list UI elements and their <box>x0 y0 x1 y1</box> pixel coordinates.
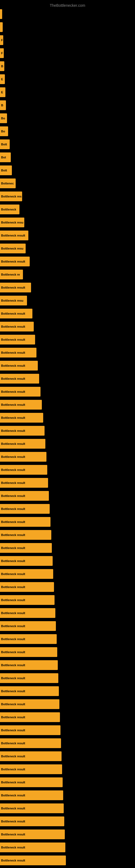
bar-label: Bottleneck resu <box>1 299 24 302</box>
bar: Bottleneck re <box>0 270 23 279</box>
bar-row: Bottleneck result <box>0 542 135 554</box>
bar-row: F <box>0 34 135 46</box>
bar: Bottleneck result <box>0 361 38 371</box>
bar-label: Bottleneck result <box>1 859 25 862</box>
bar-row: Bottleneck result <box>0 685 135 697</box>
bar: Bottleneck result <box>0 230 28 240</box>
bar: Bottleneck result <box>0 803 64 813</box>
bar: Bottleneck result <box>0 738 61 748</box>
bar-row: Bottleneck result <box>0 451 135 463</box>
bar-label: Bottleneck result <box>1 520 25 524</box>
bar-row: Bottleneck result <box>0 490 135 502</box>
bar-row: Bottleneck result <box>0 776 135 788</box>
bar-label: Bottleneck result <box>1 689 25 693</box>
bar-row: Bott <box>0 164 135 176</box>
bar: Bottleneck result <box>0 830 65 839</box>
bar-row: Bottleneck resu <box>0 243 135 254</box>
bar-row: B <box>0 99 135 111</box>
bar: Bottleneck result <box>0 556 53 566</box>
bar: Bottleneck result <box>0 465 47 475</box>
bar-label: Bottleneck result <box>1 716 25 719</box>
bar-label: Bottleneck result <box>1 611 25 615</box>
bar-label: Bottleneck result <box>1 260 25 263</box>
bar-label: Bottleneck result <box>1 768 25 771</box>
bar-label: Bottleneck result <box>1 585 25 589</box>
bar-row: Bottleneck result <box>0 802 135 814</box>
bar-row: Bottleneck res <box>0 190 135 203</box>
bar-row: Bottleneck result <box>0 724 135 736</box>
bar-row: Bottleneck result <box>0 425 135 437</box>
bar: Bottleneck result <box>0 517 50 527</box>
bar-row: Bottleneck result <box>0 750 135 762</box>
bar: Bottleneck resu <box>0 244 26 253</box>
bar: Bottleneck res <box>0 191 22 201</box>
bar-row: Bot <box>0 151 135 163</box>
bar-row: Bottleneck result <box>0 477 135 489</box>
bar-row: Bottleneck result <box>0 555 135 567</box>
bar-label: B <box>1 104 3 107</box>
bar: Bottleneck result <box>0 283 31 292</box>
bar-label: Bottleneck result <box>1 677 25 680</box>
bar: Bottleneck result <box>0 608 55 618</box>
bar-label: F <box>1 38 3 42</box>
bar: Bottleneck result <box>0 660 58 670</box>
bar-row: Bottleneck result <box>0 841 135 854</box>
bar: Bottleneck result <box>0 842 65 852</box>
bar: Bottenec <box>0 179 16 188</box>
bar-row: E <box>0 73 135 85</box>
bar-row: Bott <box>0 138 135 150</box>
bar-row: Bottleneck result <box>0 789 135 801</box>
bar: Bottleneck result <box>0 816 64 826</box>
bar-row: Bottleneck result <box>0 412 135 424</box>
bar-label: Bottleneck result <box>1 755 25 758</box>
bar-label: Bottleneck result <box>1 507 25 510</box>
bar: Bo <box>0 113 7 123</box>
bar-row: Bottleneck result <box>0 386 135 398</box>
bar-label: Bottleneck result <box>1 416 25 420</box>
bar-row: Bottleneck result <box>0 347 135 359</box>
bar-row: Bottleneck resu <box>0 294 135 307</box>
bar-label: Bottleneck result <box>1 494 25 497</box>
bar-label: Bottleneck result <box>1 807 25 810</box>
bar: Bottleneck result <box>0 595 54 605</box>
bar-label: Bottleneck result <box>1 468 25 471</box>
bar: Bottleneck result <box>0 322 34 332</box>
bar-row: E <box>0 86 135 98</box>
bar: E <box>0 87 5 97</box>
bar-label: Bottleneck result <box>1 390 25 393</box>
bar: Bottleneck result <box>0 712 60 722</box>
bar-label: Bottleneck result <box>1 650 25 654</box>
bar: Bottleneck result <box>0 634 57 644</box>
bar-row: Bottleneck result <box>0 633 135 645</box>
bar-label: F <box>1 52 3 55</box>
bar-label: Bottleneck resu <box>1 221 24 224</box>
bar-label: Bottleneck result <box>1 638 25 641</box>
bar: Bottleneck result <box>0 569 53 579</box>
bar-row: Bottleneck result <box>0 516 135 528</box>
bar: Bottleneck resu <box>0 296 27 305</box>
bar-row: Bottleneck result <box>0 698 135 710</box>
bar: Bottleneck result <box>0 647 57 657</box>
bar-row: Bottleneck result <box>0 255 135 268</box>
bar-label: Bottleneck result <box>1 351 25 354</box>
bar: Bottleneck result <box>0 790 63 800</box>
bar: Bottleneck <box>0 205 19 214</box>
bar-label: Bottleneck result <box>1 728 25 732</box>
bar: Bottleneck result <box>0 257 30 267</box>
bar-label: Bottleneck result <box>1 559 25 563</box>
bar-row: Bottleneck result <box>0 855 135 866</box>
bar: Bottleneck result <box>0 400 42 410</box>
bar-label: Bottleneck result <box>1 312 25 315</box>
bar: Bottleneck result <box>0 478 48 488</box>
bar-label: Bottleneck result <box>1 338 25 341</box>
bar-label: Bottleneck result <box>1 703 25 706</box>
bar-label: Bo <box>1 130 5 133</box>
bar-label: Bottleneck <box>1 208 16 211</box>
bar: Bot <box>0 152 11 162</box>
bar-label: Bot <box>1 156 6 159</box>
bar-row: Bottleneck result <box>0 672 135 684</box>
bar-label: E <box>1 91 3 94</box>
bar-label: Bottleneck result <box>1 833 25 836</box>
bar-label: Bottenec <box>1 182 14 185</box>
bar <box>0 9 2 19</box>
